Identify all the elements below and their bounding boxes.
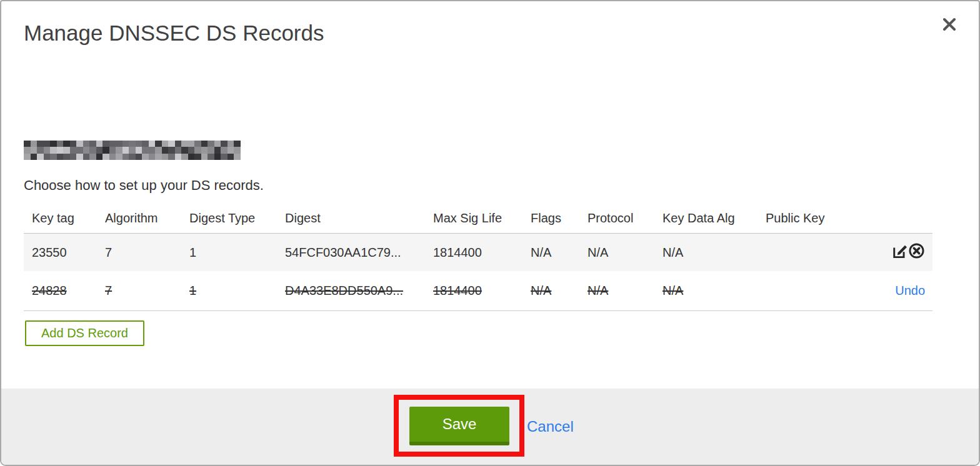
save-button[interactable]: Save xyxy=(409,407,509,445)
cell-public-key xyxy=(758,234,851,272)
cell-key-tag: 24828 xyxy=(24,271,97,311)
table-row-deleted: 24828 7 1 D4A33E8DD550A9... 1814400 N/A … xyxy=(24,271,932,311)
redacted-domain-name xyxy=(24,141,241,160)
cell-algorithm: 7 xyxy=(97,271,181,311)
page-title: Manage DNSSEC DS Records xyxy=(24,21,979,46)
col-header-digest-type: Digest Type xyxy=(181,204,277,234)
cell-public-key xyxy=(758,271,851,311)
dialog-footer: Save Cancel xyxy=(1,389,979,465)
col-header-actions xyxy=(851,204,932,234)
cell-flags: N/A xyxy=(522,271,579,311)
cell-key-data-alg: N/A xyxy=(654,234,758,272)
cancel-link[interactable]: Cancel xyxy=(527,418,574,435)
col-header-public-key: Public Key xyxy=(758,204,851,234)
col-header-digest: Digest xyxy=(277,204,425,234)
cell-flags: N/A xyxy=(522,234,579,272)
row-actions: Undo xyxy=(851,271,932,311)
cell-max-sig-life: 1814400 xyxy=(425,271,522,311)
subtitle-text: Choose how to set up your DS records. xyxy=(24,177,979,194)
cell-digest: 54FCF030AA1C79... xyxy=(277,234,425,272)
delete-record-icon[interactable] xyxy=(908,242,925,262)
table-header-row: Key tag Algorithm Digest Type Digest Max… xyxy=(24,204,932,234)
undo-link[interactable]: Undo xyxy=(895,284,925,297)
table-row: 23550 7 1 54FCF030AA1C79... 1814400 N/A … xyxy=(24,234,932,272)
ds-records-table: Key tag Algorithm Digest Type Digest Max… xyxy=(24,204,932,311)
row-actions xyxy=(851,234,932,272)
cell-digest-type: 1 xyxy=(181,271,277,311)
manage-dnssec-dialog: Manage DNSSEC DS Records Choose how to s… xyxy=(0,0,980,466)
col-header-flags: Flags xyxy=(522,204,579,234)
edit-record-icon[interactable] xyxy=(891,242,908,262)
cell-protocol: N/A xyxy=(579,271,654,311)
cell-digest-type: 1 xyxy=(181,234,277,272)
close-icon[interactable] xyxy=(940,15,959,34)
col-header-key-data-alg: Key Data Alg xyxy=(654,204,758,234)
col-header-protocol: Protocol xyxy=(579,204,654,234)
col-header-max-sig-life: Max Sig Life xyxy=(425,204,522,234)
cell-digest: D4A33E8DD550A9... xyxy=(277,271,425,311)
add-ds-record-button[interactable]: Add DS Record xyxy=(25,320,144,346)
cell-key-data-alg: N/A xyxy=(654,271,758,311)
cell-protocol: N/A xyxy=(579,234,654,272)
col-header-algorithm: Algorithm xyxy=(97,204,181,234)
col-header-key-tag: Key tag xyxy=(24,204,97,234)
cell-key-tag: 23550 xyxy=(24,234,97,272)
cell-max-sig-life: 1814400 xyxy=(425,234,522,272)
cell-algorithm: 7 xyxy=(97,234,181,272)
